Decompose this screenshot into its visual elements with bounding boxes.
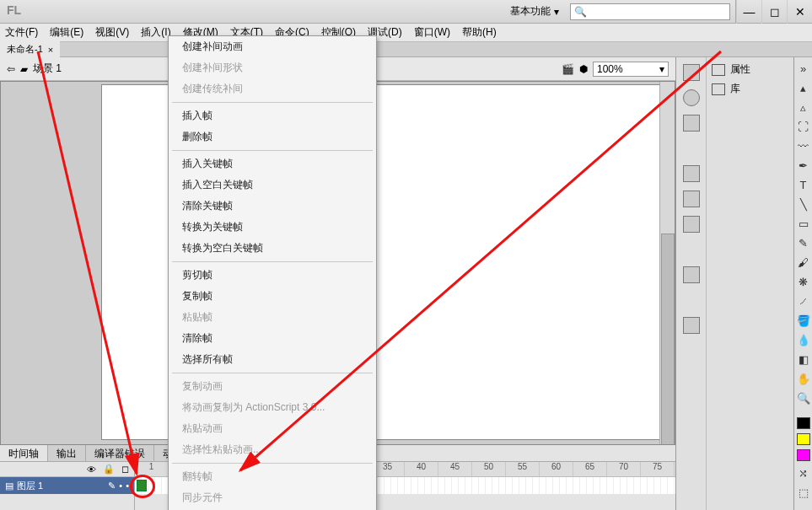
subselect-tool[interactable]: ▵ [796,99,811,115]
context-menu-item[interactable]: 剪切帧 [169,265,376,286]
layer-name: 图层 1 [17,480,43,492]
search-icon: 🔍 [574,6,587,18]
library-icon [712,83,725,95]
menu-edit[interactable]: 编辑(E) [50,25,83,40]
eyedropper-tool[interactable]: 💧 [796,332,811,347]
vertical-scrollbar[interactable] [659,82,675,494]
search-input[interactable]: 🔍 [570,3,730,20]
menu-view[interactable]: 视图(V) [95,25,129,40]
pen-tool[interactable]: ✒ [796,158,811,173]
context-menu-item[interactable]: 复制帧 [169,286,376,307]
minimize-button[interactable]: — [736,0,761,24]
chevron-down-icon: ▾ [554,6,559,18]
properties-icon [712,64,725,76]
context-menu-item[interactable]: 转换为空白关键帧 [169,238,376,259]
context-menu-item: 同步元件 [169,487,376,508]
context-menu-item[interactable]: 转换为关键帧 [169,217,376,238]
menu-insert[interactable]: 插入(I) [141,25,170,40]
right-panel-group: 属性 库 [675,57,793,510]
pencil-tool[interactable]: ✎ [796,235,811,250]
panel-icon[interactable] [683,64,700,81]
bone-tool[interactable]: ⟋ [796,293,811,309]
context-menu-item[interactable]: 插入关键帧 [169,153,376,174]
context-menu-item: 创建补间形状 [169,57,376,78]
tab-timeline[interactable]: 时间轴 [0,445,48,461]
paint-bucket-tool[interactable]: 🪣 [796,313,811,328]
eye-icon[interactable]: 👁 [87,464,96,475]
eraser-tool[interactable]: ◧ [796,352,811,367]
scene-name: 场景 1 [33,62,62,76]
lasso-tool[interactable]: 〰 [796,138,811,153]
line-tool[interactable]: ╲ [796,196,811,212]
menubar: 文件(F) 编辑(E) 视图(V) 插入(I) 修改(M) 文本(T) 命令(C… [0,24,812,42]
fill-color-swatch[interactable] [797,433,810,445]
document-tab[interactable]: 未命名-1 × [0,41,60,57]
context-menu-item: 复制动画 [169,376,376,397]
tab-library[interactable]: 库 [712,82,788,96]
lock-icon[interactable]: 🔒 [103,464,115,475]
context-menu-item[interactable]: 删除帧 [169,126,376,148]
zoom-tool[interactable]: 🔍 [796,390,811,405]
menu-help[interactable]: 帮助(H) [462,25,497,40]
zoom-selector[interactable]: 100% ▾ [593,62,669,77]
back-arrow-icon[interactable]: ⇦ [7,63,15,75]
tab-properties[interactable]: 属性 [712,62,788,77]
color-icon[interactable] [683,191,700,207]
align-icon[interactable] [683,216,700,233]
menu-file[interactable]: 文件(F) [5,25,38,40]
tab-output[interactable]: 输出 [48,445,86,461]
info-icon[interactable] [683,89,700,106]
context-menu-item[interactable]: 插入空白关键帧 [169,174,376,196]
context-menu-item: 将动画复制为 ActionScript 3.0... [169,397,376,418]
transform-icon[interactable] [683,115,700,132]
context-menu-item[interactable]: 选择所有帧 [169,349,376,370]
edit-symbols-icon[interactable]: ⬢ [579,63,588,75]
context-menu-item: 创建传统补间 [169,78,376,99]
close-button[interactable]: ✕ [787,0,812,24]
selection-tool[interactable]: ▴ [796,80,811,95]
scene-icon: ▰ [20,63,28,75]
context-menu-item: 粘贴帧 [169,307,376,328]
tools-panel: » ▴ ▵ ⛶ 〰 ✒ T ╲ ▭ ✎ 🖌 ❋ ⟋ 🪣 💧 ◧ ✋ 🔍 ⤭ ⬚ [793,57,812,510]
app-logo: FL [7,3,27,20]
context-menu-item[interactable]: 插入帧 [169,105,376,126]
stroke-color-swatch[interactable] [797,417,810,429]
workspace-label: 基本功能 [510,4,551,19]
free-transform-tool[interactable]: ⛶ [796,119,811,134]
expand-icon[interactable]: » [796,61,811,76]
titlebar: FL 基本功能 ▾ 🔍 — ◻ ✕ [0,0,812,24]
pencil-icon: ✎ [108,480,116,491]
context-menu-item: 翻转帧 [169,466,376,487]
tab-compiler-errors[interactable]: 编译器错误 [86,445,154,461]
document-tab-label: 未命名-1 [7,43,43,56]
document-tabs: 未命名-1 × [0,42,812,57]
swap-colors-icon[interactable]: ⤭ [796,465,811,480]
library-panel-icon[interactable] [683,266,700,283]
deco-tool[interactable]: ❋ [796,274,811,289]
hand-tool[interactable]: ✋ [796,371,811,386]
options-icon[interactable]: ⬚ [796,485,811,500]
context-menu-item: 粘贴动画 [169,418,376,439]
outline-icon[interactable]: ◻ [121,464,129,475]
menu-window[interactable]: 窗口(W) [414,25,450,40]
annotation-oval-keyframe [130,475,155,498]
close-tab-icon[interactable]: × [48,45,53,55]
maximize-button[interactable]: ◻ [761,0,787,24]
rectangle-tool[interactable]: ▭ [796,216,811,231]
context-menu-item: 选择性粘贴动画... [169,439,376,460]
swatches-icon[interactable] [683,165,700,182]
workspace-selector[interactable]: 基本功能 ▾ [504,2,565,21]
context-menu-item[interactable]: 创建补间动画 [169,36,376,57]
brush-tool[interactable]: 🖌 [796,255,811,270]
fill-color-swatch-2[interactable] [797,449,810,461]
layer-icon: ▤ [5,480,13,491]
chevron-down-icon: ▾ [659,63,664,75]
context-menu-item[interactable]: 清除帧 [169,328,376,349]
layer-row[interactable]: ▤ 图层 1 ✎ •• [0,477,134,494]
context-menu: 创建补间动画创建补间形状创建传统补间插入帧删除帧插入关键帧插入空白关键帧清除关键… [168,35,377,510]
components-icon[interactable] [683,317,700,334]
edit-scene-icon[interactable]: 🎬 [562,63,574,75]
context-menu-item[interactable]: 清除关键帧 [169,196,376,217]
text-tool[interactable]: T [796,177,811,192]
